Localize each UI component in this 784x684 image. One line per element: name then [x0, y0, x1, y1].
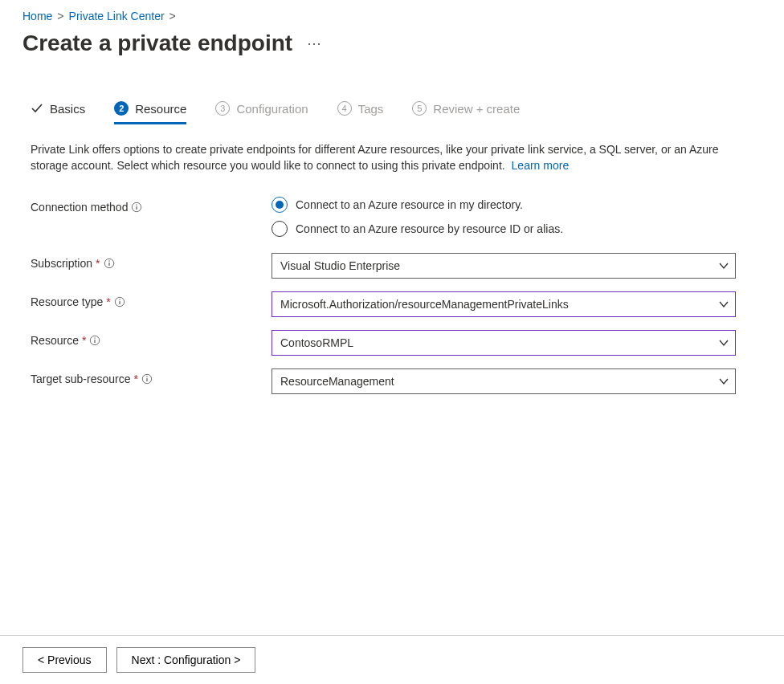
info-icon[interactable]: [141, 373, 153, 385]
step-number-badge: 5: [412, 101, 427, 116]
tab-resource-label: Resource: [135, 102, 186, 116]
resource-value: ContosoRMPL: [280, 336, 353, 349]
chevron-down-icon: [717, 375, 730, 388]
info-icon[interactable]: [104, 258, 115, 269]
subscription-value: Visual Studio Enterprise: [280, 259, 400, 272]
info-icon[interactable]: [114, 296, 125, 307]
tab-tags[interactable]: 4 Tags: [337, 101, 384, 124]
required-indicator: *: [106, 295, 110, 308]
previous-button[interactable]: < Previous: [22, 647, 107, 673]
svg-rect-7: [119, 301, 120, 304]
target-sub-resource-label: Target sub-resource: [31, 373, 131, 385]
tab-basics[interactable]: Basics: [31, 102, 85, 124]
chevron-down-icon: [717, 259, 730, 272]
svg-rect-4: [108, 263, 109, 266]
step-number-badge: 4: [337, 101, 352, 116]
target-sub-resource-select[interactable]: ResourceManagement: [272, 368, 736, 394]
learn-more-link[interactable]: Learn more: [512, 159, 570, 172]
tab-description: Private Link offers options to create pr…: [22, 141, 762, 174]
radio-connect-by-id-label: Connect to an Azure resource by resource…: [296, 222, 563, 235]
resource-type-label: Resource type: [31, 295, 103, 308]
checkmark-icon: [31, 102, 43, 115]
svg-rect-14: [146, 376, 147, 377]
chevron-down-icon: [717, 336, 730, 349]
svg-rect-11: [95, 337, 96, 338]
tab-tags-label: Tags: [358, 102, 384, 116]
breadcrumb-home-link[interactable]: Home: [22, 10, 52, 22]
breadcrumb-separator: >: [57, 10, 63, 22]
radio-connect-by-id[interactable]: Connect to an Azure resource by resource…: [272, 221, 736, 237]
tab-basics-label: Basics: [50, 102, 85, 116]
breadcrumb: Home > Private Link Center >: [22, 10, 762, 22]
page-title: Create a private endpoint: [22, 31, 292, 56]
subscription-label: Subscription: [31, 257, 92, 270]
required-indicator: *: [134, 373, 138, 385]
tab-resource[interactable]: 2 Resource: [114, 101, 186, 124]
resource-select[interactable]: ContosoRMPL: [272, 330, 736, 356]
svg-rect-8: [119, 299, 120, 299]
tab-configuration-label: Configuration: [236, 102, 308, 116]
tab-review-create[interactable]: 5 Review + create: [412, 101, 520, 124]
connection-method-label: Connection method: [31, 201, 128, 214]
svg-rect-10: [95, 340, 96, 343]
svg-rect-1: [137, 206, 137, 210]
step-number-badge: 3: [215, 101, 230, 116]
svg-rect-13: [146, 378, 147, 381]
breadcrumb-separator: >: [169, 10, 176, 22]
radio-icon: [272, 221, 288, 237]
next-configuration-button[interactable]: Next : Configuration >: [116, 647, 256, 673]
more-actions-icon[interactable]: ⋯: [307, 35, 323, 52]
resource-type-value: Microsoft.Authorization/resourceManageme…: [280, 298, 569, 311]
description-text: Private Link offers options to create pr…: [31, 143, 719, 172]
subscription-select[interactable]: Visual Studio Enterprise: [272, 253, 736, 279]
tab-review-create-label: Review + create: [433, 102, 520, 116]
radio-connect-in-directory-label: Connect to an Azure resource in my direc…: [296, 198, 523, 211]
resource-label: Resource: [31, 334, 79, 347]
required-indicator: *: [82, 334, 86, 347]
svg-rect-2: [137, 204, 137, 205]
tab-configuration[interactable]: 3 Configuration: [215, 101, 308, 124]
required-indicator: *: [96, 257, 100, 270]
breadcrumb-private-link-center-link[interactable]: Private Link Center: [69, 10, 165, 22]
radio-connect-in-directory[interactable]: Connect to an Azure resource in my direc…: [272, 197, 736, 213]
svg-rect-5: [108, 260, 109, 261]
resource-form: Connection method Connect to an Azure re…: [22, 197, 762, 394]
wizard-tabs: Basics 2 Resource 3 Configuration 4 Tags…: [22, 101, 762, 124]
resource-type-select[interactable]: Microsoft.Authorization/resourceManageme…: [272, 291, 736, 317]
radio-icon: [272, 197, 288, 213]
info-icon[interactable]: [131, 202, 142, 213]
wizard-footer: < Previous Next : Configuration >: [0, 635, 784, 684]
info-icon[interactable]: [89, 335, 100, 346]
target-sub-resource-value: ResourceManagement: [280, 375, 394, 388]
chevron-down-icon: [717, 298, 730, 311]
step-number-badge: 2: [114, 101, 129, 116]
